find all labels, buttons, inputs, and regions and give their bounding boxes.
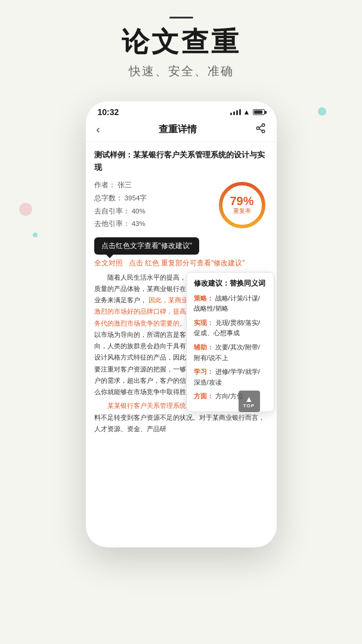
main-title: 论文查重 bbox=[0, 26, 362, 58]
status-time: 10:32 bbox=[98, 107, 119, 117]
tooltip-bubble: 点击红色文字查看"修改建议" bbox=[94, 237, 200, 255]
header-dash bbox=[169, 17, 193, 18]
full-text-suffix: 重复部分可查看"修改建议" bbox=[161, 259, 245, 267]
word-count-row: 总字数： 3954字 bbox=[94, 192, 147, 205]
content-area: 测试样例：某某银行客户关系管理系统的设计与实现 作者： 张三 总字数： 3954… bbox=[86, 142, 277, 547]
header-section: 论文查重 快速、安全、准确 bbox=[0, 0, 362, 79]
self-cite-label: 去自引率： bbox=[94, 208, 130, 215]
suggestion-box: 修改建议：替换同义词 策略： 战略/计策/计谋/战略性/韬略 实现： 兑现/贯彻… bbox=[186, 272, 274, 412]
suggestion-key-5: 方面： bbox=[194, 392, 214, 400]
full-text-hint: 点击 bbox=[129, 259, 143, 267]
text-with-suggestion: 随着人民生活水平的提高，注重高质量的产品体验，某商业银行在做银行业务来满足客户，… bbox=[94, 272, 268, 398]
suggestion-key-1: 策略： bbox=[194, 295, 214, 302]
tooltip-text: 点击红色文字查看"修改建议" bbox=[101, 242, 193, 250]
suggestion-item-3: 辅助： 次要/其次/附带/附有/说不上 bbox=[194, 342, 267, 363]
author-row: 作者： 张三 bbox=[94, 179, 147, 192]
full-text-header: 全文对照 点击 红色 重复部分可查看"修改建议" bbox=[94, 258, 268, 268]
svg-line-3 bbox=[259, 129, 262, 131]
status-bar: 10:32 ▲ bbox=[86, 101, 277, 119]
battery-icon bbox=[253, 109, 265, 115]
repeat-rate-circle: 79% 重复率 bbox=[216, 179, 268, 231]
author-value: 张三 bbox=[117, 181, 132, 188]
suggestion-item-1: 策略： 战略/计策/计谋/战略性/韬略 bbox=[194, 293, 267, 314]
paper-title: 测试样例：某某银行客户关系管理系统的设计与实现 bbox=[94, 149, 268, 174]
self-cite-row: 去自引率： 40% bbox=[94, 205, 147, 218]
self-cite-value: 40% bbox=[132, 208, 146, 215]
full-text-section: 全文对照 点击 红色 重复部分可查看"修改建议" 随着人民生活水平的提高，注重高… bbox=[94, 258, 268, 435]
nav-title: 查重详情 bbox=[159, 123, 197, 136]
author-label: 作者： bbox=[94, 181, 116, 188]
word-count-label: 总字数： bbox=[94, 194, 123, 202]
other-cite-row: 去他引率： 43% bbox=[94, 218, 147, 231]
suggestion-key-4: 学习： bbox=[194, 368, 214, 375]
other-cite-label: 去他引率： bbox=[94, 220, 130, 227]
decorative-dot-pink bbox=[19, 203, 32, 216]
suggestion-item-4: 学习： 进修/学学/就学/深造/攻读 bbox=[194, 367, 267, 388]
word-count-value: 3954字 bbox=[125, 194, 147, 202]
repeat-rate-value: 79% bbox=[230, 195, 253, 207]
decorative-dot-teal bbox=[318, 107, 326, 116]
circle-center: 79% 重复率 bbox=[230, 195, 253, 215]
back-to-top-arrow-icon: ▲ bbox=[245, 395, 253, 403]
suggestion-key-3: 辅助： bbox=[194, 343, 214, 351]
suggestion-item-2: 实现： 兑现/贯彻/落实/促成、心想事成 bbox=[194, 318, 267, 339]
back-to-top-label: TOP bbox=[243, 403, 255, 408]
share-button[interactable] bbox=[255, 123, 266, 137]
decorative-dot-small-teal bbox=[33, 233, 38, 237]
suggestion-key-2: 实现： bbox=[194, 319, 214, 326]
signal-icon bbox=[230, 109, 241, 115]
repeat-rate-label: 重复率 bbox=[230, 207, 253, 215]
paper-info: 作者： 张三 总字数： 3954字 去自引率： 40% 去他引率： 43% bbox=[94, 179, 147, 231]
full-text-red: 红色 bbox=[145, 259, 159, 267]
wifi-icon: ▲ bbox=[243, 108, 250, 116]
nav-bar: ‹ 查重详情 bbox=[86, 119, 277, 142]
sub-title: 快速、安全、准确 bbox=[0, 63, 362, 79]
other-cite-value: 43% bbox=[132, 220, 146, 227]
full-text-prefix: 全文对照 bbox=[94, 259, 123, 267]
status-icons: ▲ bbox=[230, 108, 265, 116]
svg-line-4 bbox=[259, 126, 262, 128]
back-to-top-button[interactable]: ▲ TOP bbox=[239, 391, 260, 412]
back-button[interactable]: ‹ bbox=[97, 123, 100, 136]
suggestion-title: 修改建议：替换同义词 bbox=[194, 278, 267, 289]
info-circle-row: 作者： 张三 总字数： 3954字 去自引率： 40% 去他引率： 43% bbox=[94, 179, 268, 231]
phone-mockup: 10:32 ▲ ‹ 查重详情 测试样例：某某银行客户关系管理系 bbox=[86, 101, 277, 547]
